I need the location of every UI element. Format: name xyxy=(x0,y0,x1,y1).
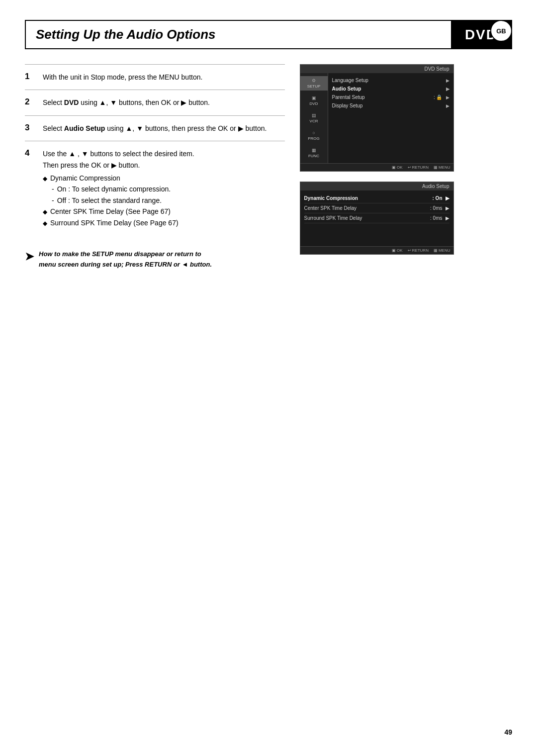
step-content-4: Use the ▲ , ▼ buttons to select the desi… xyxy=(43,148,194,228)
dvd-setup-sidebar: ⚙ SETUP ▣ DVD ▤ VCR ○ PROG xyxy=(300,73,328,163)
dvd-label-sidebar: DVD xyxy=(310,101,318,106)
menu-display-setup: Display Setup ▶ xyxy=(332,101,449,110)
note-text: How to make the SETUP menu disappear or … xyxy=(39,249,212,270)
language-setup-label: Language Setup xyxy=(332,78,368,83)
left-column: 1 With the unit in Stop mode, press the … xyxy=(25,64,285,275)
dynamic-compression-label: Dynamic Compression xyxy=(304,195,358,201)
step-4: 4 Use the ▲ , ▼ buttons to select the de… xyxy=(25,141,285,235)
audio-setup-arrow: ▶ xyxy=(446,87,449,92)
surround-spk-label: Surround SPK Time Delay xyxy=(304,215,362,221)
audio-menu-icon: ▦ xyxy=(434,248,438,253)
page-title: Setting Up the Audio Options xyxy=(26,21,451,48)
bullet-label-dynamic: Dynamic Compression xyxy=(50,173,120,184)
step-content-3: Select Audio Setup using ▲, ▼ buttons, t… xyxy=(43,123,267,134)
audio-row-center: Center SPK Time Delay : 0ms ▶ xyxy=(304,203,449,213)
gb-badge: GB xyxy=(490,20,512,42)
sub-item-off: Off : To select the standard range. xyxy=(52,195,194,206)
dvd-setup-footer: ▣ OK ↩ RETURN ▦ MENU xyxy=(300,163,453,171)
return-icon: ↩ xyxy=(408,165,411,170)
bullet-diamond-2: ◆ xyxy=(43,207,47,217)
bullet-diamond-1: ◆ xyxy=(43,174,47,184)
surround-spk-value: : 0ms xyxy=(430,215,442,221)
menu-parental-setup: Parental Setup : 🔒 ▶ xyxy=(332,93,449,101)
dvd-setup-content: Language Setup ▶ Audio Setup ▶ Parental … xyxy=(328,73,453,163)
step-3: 3 Select Audio Setup using ▲, ▼ buttons,… xyxy=(25,115,285,141)
vcr-icon: ▤ xyxy=(312,113,316,118)
ok-icon: ▣ xyxy=(392,165,396,170)
menu-language-setup: Language Setup ▶ xyxy=(332,76,449,85)
bullet-center-spk: ◆ Center SPK Time Delay (See Page 67) xyxy=(43,206,194,217)
dynamic-compression-right: : On ▶ xyxy=(433,195,449,201)
func-label: FUNC xyxy=(308,154,319,158)
dvd-setup-screen: DVD Setup ⚙ SETUP ▣ DVD ▤ VCR xyxy=(300,64,454,172)
audio-setup-screen-body: Dynamic Compression : On ▶ Center SPK Ti… xyxy=(300,190,453,246)
sidebar-item-prog: ○ PROG xyxy=(300,128,328,143)
audio-footer-return: ↩ RETURN xyxy=(408,248,429,253)
step-number-4: 4 xyxy=(25,148,36,228)
menu-icon: ▦ xyxy=(434,165,438,170)
note-arrow-icon: ➤ xyxy=(25,250,34,270)
dynamic-compression-arrow: ▶ xyxy=(446,195,449,201)
audio-footer-menu: ▦ MENU xyxy=(434,248,450,253)
audio-setup-screen-title: Audio Setup xyxy=(300,182,453,190)
parental-colon: : 🔒 xyxy=(434,94,443,100)
sub-list-dynamic: On : To select dynamic compression. Off … xyxy=(52,184,194,206)
sidebar-item-setup: ⚙ SETUP xyxy=(300,76,328,91)
dvd-setup-screen-title: DVD Setup xyxy=(300,65,453,73)
step-content-1: With the unit in Stop mode, press the ME… xyxy=(43,72,202,83)
sidebar-item-dvd: ▣ DVD xyxy=(300,94,328,108)
setup-icon: ⚙ xyxy=(312,78,316,83)
parental-setup-label: Parental Setup xyxy=(332,94,365,100)
dvd-setup-screen-body: ⚙ SETUP ▣ DVD ▤ VCR ○ PROG xyxy=(300,73,453,163)
center-spk-arrow: ▶ xyxy=(446,205,449,211)
sidebar-item-vcr: ▤ VCR xyxy=(300,111,328,125)
audio-setup-footer: ▣ OK ↩ RETURN ▦ MENU xyxy=(300,246,453,254)
surround-spk-right: : 0ms ▶ xyxy=(430,215,449,221)
audio-row-dynamic: Dynamic Compression : On ▶ xyxy=(304,193,449,203)
parental-arrow: ▶ xyxy=(446,95,449,100)
main-content: 1 With the unit in Stop mode, press the … xyxy=(25,64,512,275)
display-setup-arrow: ▶ xyxy=(446,103,449,108)
surround-spk-arrow: ▶ xyxy=(446,215,449,221)
bullet-label-surround: Surround SPK Time Delay (See Page 67) xyxy=(50,217,179,228)
bullet-list: ◆ Dynamic Compression On : To select dyn… xyxy=(43,173,194,228)
language-setup-arrow: ▶ xyxy=(446,78,449,83)
prog-icon: ○ xyxy=(312,130,315,135)
audio-row-surround: Surround SPK Time Delay : 0ms ▶ xyxy=(304,213,449,223)
footer-menu: ▦ MENU xyxy=(434,165,450,170)
dvd-icon: ▣ xyxy=(312,95,316,100)
menu-audio-setup: Audio Setup ▶ xyxy=(332,85,449,93)
dynamic-compression-value: : On xyxy=(433,195,443,201)
bullet-surround-spk: ◆ Surround SPK Time Delay (See Page 67) xyxy=(43,217,194,228)
footer-ok: ▣ OK xyxy=(392,165,403,170)
func-icon: ▦ xyxy=(312,148,316,153)
bullet-label-center: Center SPK Time Delay (See Page 67) xyxy=(50,206,171,217)
step-number-2: 2 xyxy=(25,97,36,108)
center-spk-right: : 0ms ▶ xyxy=(430,205,449,211)
bullet-diamond-3: ◆ xyxy=(43,219,47,228)
step-content-2: Select DVD using ▲, ▼ buttons, then OK o… xyxy=(43,97,210,108)
display-setup-label: Display Setup xyxy=(332,103,363,108)
sidebar-item-func: ▦ FUNC xyxy=(300,146,328,160)
setup-label: SETUP xyxy=(307,84,321,89)
page-header: Setting Up the Audio Options DVD xyxy=(25,20,512,49)
bullet-dynamic-compression: ◆ Dynamic Compression xyxy=(43,173,194,184)
audio-return-icon: ↩ xyxy=(408,248,411,253)
step-number-3: 3 xyxy=(25,123,36,134)
center-spk-label: Center SPK Time Delay xyxy=(304,205,357,211)
step-2: 2 Select DVD using ▲, ▼ buttons, then OK… xyxy=(25,90,285,115)
audio-setup-label: Audio Setup xyxy=(332,86,361,92)
page-number: 49 xyxy=(504,728,512,736)
audio-ok-icon: ▣ xyxy=(392,248,396,253)
note-box: ➤ How to make the SETUP menu disappear o… xyxy=(25,244,285,275)
vcr-label: VCR xyxy=(310,119,318,123)
step-1: 1 With the unit in Stop mode, press the … xyxy=(25,64,285,90)
prog-label: PROG xyxy=(308,136,320,141)
audio-setup-screen: Audio Setup Dynamic Compression : On ▶ C… xyxy=(300,182,454,255)
footer-return: ↩ RETURN xyxy=(408,165,429,170)
sub-item-on: On : To select dynamic compression. xyxy=(52,184,194,194)
audio-footer-ok: ▣ OK xyxy=(392,248,403,253)
step-number-1: 1 xyxy=(25,72,36,83)
right-column: DVD Setup ⚙ SETUP ▣ DVD ▤ VCR xyxy=(300,64,513,275)
center-spk-value: : 0ms xyxy=(430,205,442,211)
